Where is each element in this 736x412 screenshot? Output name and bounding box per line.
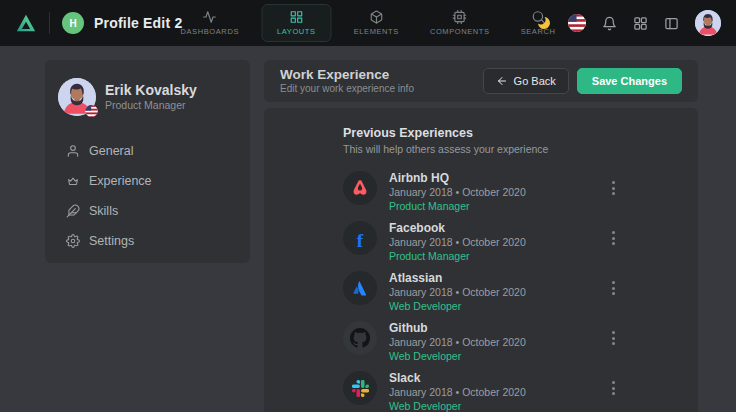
divider <box>49 12 50 34</box>
work-period: January 2018 • October 2020 <box>389 236 608 249</box>
github-logo-icon <box>343 321 377 355</box>
airbnb-logo-icon <box>343 171 377 205</box>
nav-item-label: SEARCH <box>521 27 556 36</box>
sidebar-toggle-icon[interactable] <box>664 16 679 31</box>
menu-label: Settings <box>89 234 134 248</box>
row-options-button[interactable] <box>608 323 619 353</box>
arrow-left-icon <box>496 75 508 87</box>
profile-name: Erik Kovalsky <box>105 82 197 99</box>
sidebar-item-skills[interactable]: Skills <box>45 196 250 226</box>
work-period: January 2018 • October 2020 <box>389 336 608 349</box>
save-changes-button[interactable]: Save Changes <box>577 68 682 94</box>
experience-row-github: Github January 2018 • October 2020 Web D… <box>343 321 619 362</box>
search-icon <box>531 10 545 24</box>
main-nav: DASHBOARDS LAYOUTS ELEMENTS COMPONENTS S… <box>171 0 564 46</box>
row-options-button[interactable] <box>608 273 619 303</box>
grid-icon <box>289 10 303 24</box>
nav-item-dashboards[interactable]: DASHBOARDS <box>171 5 248 41</box>
facebook-logo-icon: f <box>343 221 377 255</box>
profile-sidebar: Erik Kovalsky Product Manager General Ex… <box>45 60 250 263</box>
apps-grid-icon[interactable] <box>633 16 648 31</box>
experiences-card: Previous Experiences This will help othe… <box>264 108 698 412</box>
nav-item-layouts[interactable]: LAYOUTS <box>261 4 332 42</box>
crown-icon <box>66 174 80 188</box>
company-name: Github <box>389 322 608 335</box>
nav-item-label: DASHBOARDS <box>180 27 239 36</box>
slack-logo-icon <box>343 371 377 405</box>
row-options-button[interactable] <box>608 173 619 203</box>
work-role: Web Developer <box>389 350 608 363</box>
row-options-button[interactable] <box>608 223 619 253</box>
company-name: Atlassian <box>389 272 608 285</box>
sidebar-item-general[interactable]: General <box>45 136 250 166</box>
experience-row-airbnb: Airbnb HQ January 2018 • October 2020 Pr… <box>343 171 619 212</box>
go-back-label: Go Back <box>514 75 556 87</box>
us-flag-icon[interactable] <box>568 14 586 32</box>
experience-row-atlassian: Atlassian January 2018 • October 2020 We… <box>343 271 619 312</box>
nav-item-label: LAYOUTS <box>277 27 316 36</box>
menu-label: Experience <box>89 174 152 188</box>
go-back-button[interactable]: Go Back <box>483 68 569 94</box>
gear-icon <box>66 234 80 248</box>
experiences-title: Previous Experiences <box>343 126 619 141</box>
work-role: Product Manager <box>389 250 608 263</box>
save-changes-label: Save Changes <box>592 75 667 87</box>
profile-role: Product Manager <box>105 99 197 112</box>
avatar-illustration <box>695 10 721 36</box>
work-role: Product Manager <box>389 200 608 213</box>
top-navbar: H Profile Edit 2 DASHBOARDS LAYOUTS ELEM… <box>0 0 736 46</box>
section-page-subtitle: Edit your work experience info <box>280 83 414 95</box>
sidebar-item-settings[interactable]: Settings <box>45 226 250 256</box>
feather-icon <box>66 204 80 218</box>
experience-row-slack: Slack January 2018 • October 2020 Web De… <box>343 371 619 412</box>
company-name: Slack <box>389 372 608 385</box>
box-icon <box>369 10 383 24</box>
nav-item-elements[interactable]: ELEMENTS <box>345 5 408 41</box>
nav-item-search[interactable]: SEARCH <box>512 5 565 41</box>
sidebar-menu: General Experience Skills Settings <box>45 136 250 256</box>
company-name: Facebook <box>389 222 608 235</box>
activity-icon <box>203 10 217 24</box>
experiences-subtitle: This will help others assess your experi… <box>343 143 619 156</box>
cpu-icon <box>453 10 467 24</box>
bell-icon[interactable] <box>602 16 617 31</box>
sidebar-item-experience[interactable]: Experience <box>45 166 250 196</box>
nav-item-label: ELEMENTS <box>354 27 399 36</box>
brand-logo[interactable] <box>15 12 37 34</box>
triangle-logo-icon <box>15 12 37 34</box>
row-options-button[interactable] <box>608 373 619 403</box>
work-period: January 2018 • October 2020 <box>389 186 608 199</box>
atlassian-logo-icon <box>343 271 377 305</box>
section-page-title: Work Experience <box>280 67 414 83</box>
work-period: January 2018 • October 2020 <box>389 286 608 299</box>
work-period: January 2018 • October 2020 <box>389 386 608 399</box>
profile-summary: Erik Kovalsky Product Manager <box>45 60 250 116</box>
profile-edit-screen: H Profile Edit 2 DASHBOARDS LAYOUTS ELEM… <box>0 0 736 412</box>
company-name: Airbnb HQ <box>389 172 608 185</box>
menu-label: Skills <box>89 204 118 218</box>
user-icon <box>66 144 80 158</box>
nav-item-components[interactable]: COMPONENTS <box>421 5 499 41</box>
user-avatar[interactable] <box>695 10 721 36</box>
page-title: Profile Edit 2 <box>94 15 182 31</box>
us-flag-badge-icon <box>85 104 98 117</box>
page-badge: H <box>62 12 84 34</box>
work-role: Web Developer <box>389 300 608 313</box>
work-experience-header: Work Experience Edit your work experienc… <box>264 60 698 102</box>
nav-item-label: COMPONENTS <box>430 27 490 36</box>
menu-label: General <box>89 144 133 158</box>
work-role: Web Developer <box>389 400 608 412</box>
experience-row-facebook: f Facebook January 2018 • October 2020 P… <box>343 221 619 262</box>
